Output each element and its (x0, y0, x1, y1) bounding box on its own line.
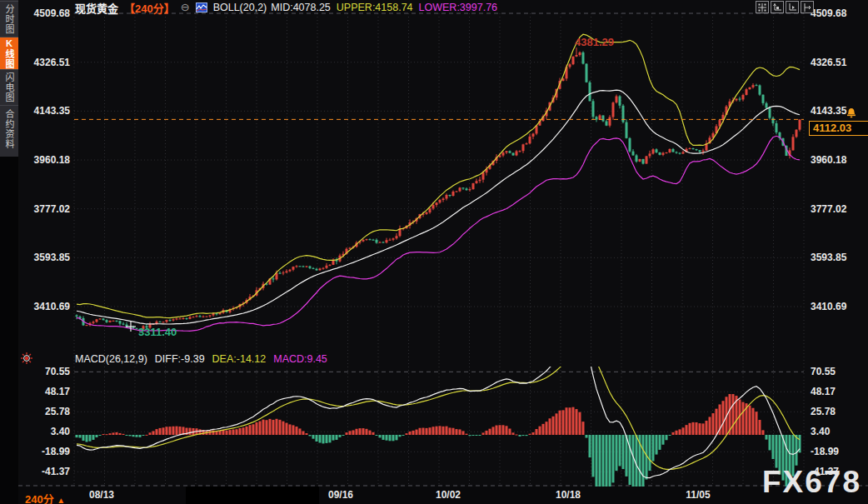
pan-right-icon[interactable] (801, 1, 814, 13)
macd-y-axis-label-left: -41.37 (30, 466, 70, 477)
macd-y-axis-label-right: 25.78 (811, 406, 866, 417)
redacted-black-box (186, 487, 319, 504)
boll-mid-value: MID:4078.25 (271, 2, 331, 13)
crosshair-tool-icon[interactable] (756, 1, 769, 13)
price-alert-bell-icon[interactable] (846, 107, 857, 122)
chart-style-icon[interactable] (196, 2, 207, 12)
x-axis-date-label: 10/02 (436, 489, 461, 501)
period-label: 【240分】 (124, 0, 175, 16)
chart-header: 现货黄金 【240分】 ⊖ BOLL(20,2) MID:4078.25 UPP… (75, 1, 497, 14)
main-y-axis-label-left: 4326.51 (30, 57, 70, 68)
macd-dea-value: DEA:-14.12 (212, 353, 267, 365)
period-selector[interactable]: 240分 ▲ (25, 491, 65, 504)
x-axis-date-label: 09/16 (328, 489, 353, 501)
macd-macd-value: MACD:9.45 (273, 353, 327, 365)
main-y-axis-label-left: 4509.68 (30, 7, 70, 19)
fx678-watermark: FX678 (762, 465, 861, 500)
macd-y-axis-label-left: -18.99 (30, 446, 70, 457)
kline-app-window: 分时图 K线图 闪电图 合约资料 现货黄金 【240分】 ⊖ BOLL(20,2… (0, 0, 868, 504)
boll-upper-value: UPPER:4158.74 (337, 2, 413, 13)
chart-canvas[interactable] (0, 0, 868, 504)
main-y-axis-label-left: 3777.02 (30, 203, 70, 215)
main-y-axis-label-right: 4143.35 (811, 105, 866, 117)
macd-y-axis-label-left: 70.55 (30, 366, 70, 377)
macd-y-axis-label-left: 48.17 (30, 386, 70, 397)
main-y-axis-label-left: 3410.69 (30, 301, 70, 312)
macd-y-axis-label-right: 3.40 (811, 426, 866, 437)
high-price-annotation: 4381.29 (575, 36, 614, 48)
main-y-axis-label-left: 4143.35 (30, 105, 70, 117)
main-y-axis-label-right: 3777.02 (811, 203, 866, 215)
y-axis-scale-icon[interactable] (771, 1, 784, 13)
macd-y-axis-label-right: 70.55 (811, 366, 866, 377)
main-y-axis-label-right: 3960.18 (811, 154, 866, 166)
macd-y-axis-label-right: -18.99 (811, 446, 866, 457)
x-axis-scale-icon[interactable] (786, 1, 799, 13)
main-y-axis-label-right: 3410.69 (811, 301, 866, 312)
last-price-tag: 4112.03 (809, 121, 868, 136)
x-axis-date-label: 10/18 (556, 489, 581, 501)
chart-toolbar (756, 1, 814, 13)
macd-y-axis-label-right: 48.17 (811, 386, 866, 397)
boll-lower-value: LOWER:3997.76 (419, 2, 498, 13)
period-dropdown-arrow-icon: ▲ (57, 496, 65, 504)
period-selector-label: 240分 (25, 493, 54, 504)
alarm-icon[interactable] (20, 352, 33, 368)
macd-y-axis-label-left: 25.78 (30, 406, 70, 417)
low-price-annotation: 3311.40 (138, 326, 177, 338)
low-point-marker (125, 321, 137, 336)
collapse-icon[interactable]: ⊖ (181, 2, 190, 12)
main-y-axis-label-left: 3960.18 (30, 154, 70, 166)
x-axis-date-label: 08/13 (89, 489, 114, 501)
main-y-axis-label-left: 3593.85 (30, 252, 70, 263)
macd-diff-value: DIFF:-9.39 (155, 353, 205, 365)
main-y-axis-label-right: 3593.85 (811, 252, 866, 263)
macd-y-axis-label-left: 3.40 (30, 426, 70, 437)
symbol-name: 现货黄金 (75, 0, 118, 16)
macd-header: MACD(26,12,9) DIFF:-9.39 DEA:-14.12 MACD… (75, 353, 327, 365)
main-y-axis-label-right: 4326.51 (811, 57, 866, 68)
macd-formula-label: MACD(26,12,9) (75, 353, 147, 365)
boll-formula-label: BOLL(20,2) (213, 2, 267, 13)
main-y-axis-label-right: 4509.68 (811, 7, 866, 19)
x-axis-date-label: 11/05 (686, 489, 710, 501)
